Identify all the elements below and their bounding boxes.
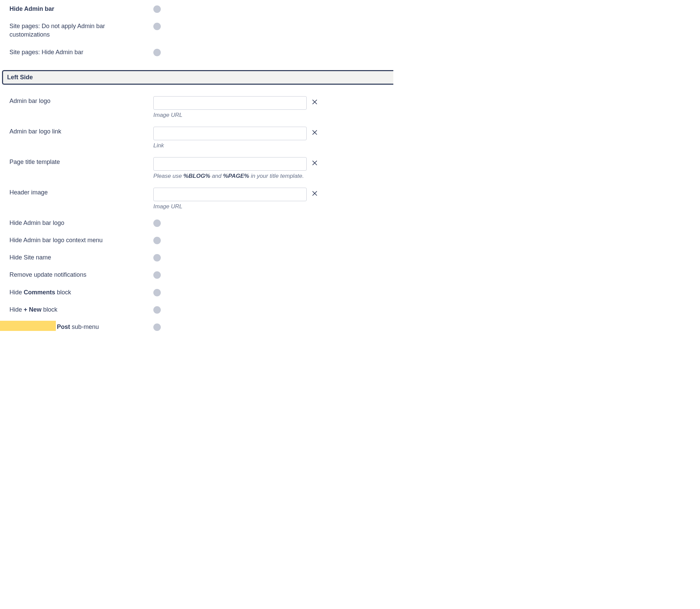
row-header-image: Header image Image URL bbox=[0, 184, 393, 214]
label-page-title-template: Page title template bbox=[10, 157, 153, 166]
row-hide-admin-bar-logo-context-menu: Hide Admin bar logo context menu bbox=[0, 231, 393, 249]
clear-page-title-template[interactable] bbox=[311, 159, 319, 167]
toggle-hide-admin-bar[interactable] bbox=[153, 5, 161, 13]
toggle-hide-site-name[interactable] bbox=[153, 254, 161, 261]
row-page-title-template: Page title template Please use %BLOG% an… bbox=[0, 153, 393, 184]
input-page-title-template[interactable] bbox=[153, 157, 307, 171]
close-icon bbox=[311, 190, 319, 197]
hint-page-title-template: Please use %BLOG% and %PAGE% in your tit… bbox=[153, 173, 307, 179]
close-icon bbox=[311, 129, 319, 136]
clear-admin-bar-logo-link[interactable] bbox=[311, 129, 319, 136]
label-hide-site-name: Hide Site name bbox=[10, 253, 153, 262]
toggle-site-pages-hide-admin-bar[interactable] bbox=[153, 49, 161, 56]
label-header-image: Header image bbox=[10, 188, 153, 197]
close-icon bbox=[311, 98, 319, 106]
label-hide-admin-bar-logo: Hide Admin bar logo bbox=[10, 218, 153, 227]
label-remove-update-notifications: Remove update notifications bbox=[10, 270, 153, 279]
hint-header-image: Image URL bbox=[153, 203, 307, 210]
row-site-pages-no-customizations: Site pages: Do not apply Admin bar custo… bbox=[0, 17, 393, 43]
label-site-pages-no-customizations: Site pages: Do not apply Admin bar custo… bbox=[10, 21, 153, 39]
row-hide-admin-bar: Hide Admin bar bbox=[0, 0, 393, 17]
toggle-hide-admin-bar-logo-context-menu[interactable] bbox=[153, 237, 161, 244]
label-hide-new-block: Hide + New block bbox=[10, 305, 153, 314]
row-site-pages-hide-admin-bar: Site pages: Hide Admin bar bbox=[0, 44, 393, 60]
label-admin-bar-logo: Admin bar logo bbox=[10, 96, 153, 105]
label-hide-admin-bar: Hide Admin bar bbox=[10, 4, 153, 13]
row-remove-update-notifications: Remove update notifications bbox=[0, 266, 393, 283]
hint-admin-bar-logo: Image URL bbox=[153, 112, 307, 119]
clear-header-image[interactable] bbox=[311, 190, 319, 197]
input-header-image[interactable] bbox=[153, 188, 307, 201]
close-icon bbox=[311, 159, 319, 167]
label-post-submenu: Post sub-menu bbox=[10, 322, 153, 331]
toggle-hide-new-block[interactable] bbox=[153, 306, 161, 314]
label-hide-comments-block: Hide Comments block bbox=[10, 288, 153, 297]
label-hide-admin-bar-logo-context-menu: Hide Admin bar logo context menu bbox=[10, 236, 153, 245]
section-header-left-side: Left Side bbox=[2, 70, 393, 85]
label-site-pages-hide-admin-bar: Site pages: Hide Admin bar bbox=[10, 48, 153, 56]
row-post-submenu: Post sub-menu bbox=[0, 318, 393, 335]
row-admin-bar-logo-link: Admin bar logo link Link bbox=[0, 123, 393, 153]
toggle-post-submenu[interactable] bbox=[153, 324, 161, 331]
row-admin-bar-logo: Admin bar logo Image URL bbox=[0, 92, 393, 123]
hint-admin-bar-logo-link: Link bbox=[153, 142, 307, 149]
input-admin-bar-logo-link[interactable] bbox=[153, 127, 307, 140]
label-admin-bar-logo-link: Admin bar logo link bbox=[10, 127, 153, 136]
row-hide-new-block: Hide + New block bbox=[0, 301, 393, 318]
row-hide-admin-bar-logo: Hide Admin bar logo bbox=[0, 214, 393, 231]
row-hide-site-name: Hide Site name bbox=[0, 249, 393, 266]
toggle-remove-update-notifications[interactable] bbox=[153, 271, 161, 279]
toggle-hide-admin-bar-logo[interactable] bbox=[153, 220, 161, 227]
toggle-site-pages-no-customizations[interactable] bbox=[153, 23, 161, 30]
toggle-hide-comments-block[interactable] bbox=[153, 289, 161, 296]
clear-admin-bar-logo[interactable] bbox=[311, 98, 319, 106]
settings-page: Hide Admin bar Site pages: Do not apply … bbox=[0, 0, 393, 335]
input-admin-bar-logo[interactable] bbox=[153, 96, 307, 110]
row-hide-comments-block: Hide Comments block bbox=[0, 283, 393, 301]
